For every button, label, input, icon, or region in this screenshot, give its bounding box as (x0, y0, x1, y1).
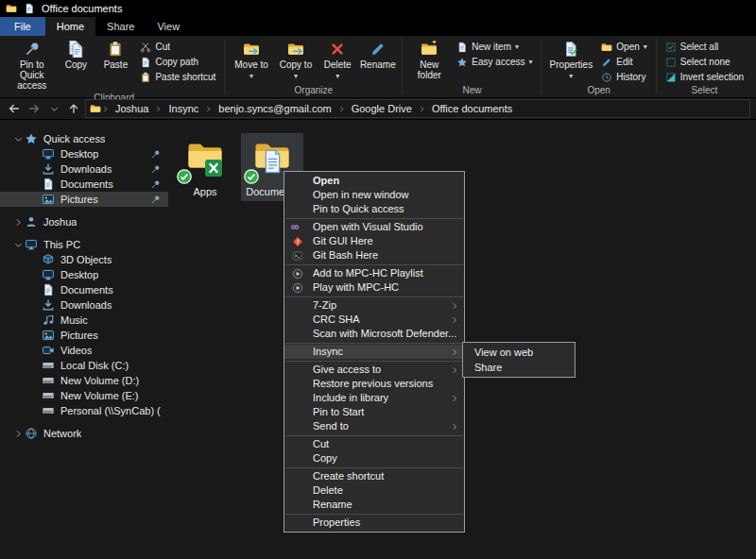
sidebar-item-personal-y[interactable]: Personal (\\SynCab) (Y:) (0, 403, 168, 418)
menu-separator (285, 361, 463, 362)
sidebar-item-music[interactable]: Music (0, 313, 168, 328)
sidebar-item-label: Music (60, 314, 88, 326)
forward-button[interactable] (26, 100, 43, 117)
sidebar-item-3d-objects[interactable]: 3D Objects (0, 252, 168, 267)
sidebar-item-joshua[interactable]: Joshua (0, 214, 168, 229)
edit-button[interactable]: Edit (597, 55, 650, 69)
chevron-right-icon[interactable] (11, 430, 25, 438)
menu-item-delete[interactable]: Delete (284, 483, 464, 498)
new-folder-button[interactable]: New folder (407, 39, 451, 82)
breadcrumb-separator-icon[interactable] (205, 106, 212, 112)
breadcrumb-account[interactable]: benjo.syncs@gmail.com (213, 103, 336, 114)
breadcrumb-joshua[interactable]: Joshua (110, 103, 154, 114)
disk-drive-icon (42, 374, 55, 387)
sidebar-item-network[interactable]: Network (0, 426, 168, 441)
menu-item-play-with-mpc-hc[interactable]: Play with MPC-HC (284, 280, 464, 295)
copy-path-button[interactable]: Copy path (136, 55, 219, 69)
sidebar-item-desktop[interactable]: Desktop (0, 146, 168, 161)
breadcrumb-office-documents[interactable]: Office documents (426, 103, 518, 114)
paste-shortcut-button[interactable]: Paste shortcut (136, 70, 219, 84)
menu-item-cut[interactable]: Cut (284, 437, 464, 451)
sidebar-item-this-pc[interactable]: This PC (0, 237, 168, 252)
menu-item-git-gui-here[interactable]: Git GUI Here (284, 234, 464, 248)
sidebar-item-new-volume-d[interactable]: New Volume (D:) (0, 373, 168, 388)
menu-item-give-access-to[interactable]: Give access to (284, 363, 464, 377)
properties-button[interactable]: Properties ▾ (546, 39, 595, 83)
sidebar-item-documents[interactable]: Documents (0, 177, 168, 192)
sidebar-item-new-volume-e[interactable]: New Volume (E:) (0, 388, 168, 403)
sidebar-item-desktop-pc[interactable]: Desktop (0, 267, 168, 282)
move-to-button[interactable]: Move to ▾ (230, 39, 272, 83)
menu-item-7-zip[interactable]: 7-Zip (284, 298, 464, 313)
paste-button[interactable]: Paste (96, 39, 134, 72)
breadcrumb-google-drive[interactable]: Google Drive (346, 103, 418, 114)
menu-item-rename[interactable]: Rename (284, 498, 464, 512)
sidebar-item-local-disk-c[interactable]: Local Disk (C:) (0, 358, 168, 373)
chevron-down-icon[interactable] (11, 135, 25, 144)
chevron-right-icon[interactable] (11, 218, 25, 227)
dropdown-arrow-icon: ▾ (335, 72, 339, 80)
tab-share[interactable]: Share (95, 17, 146, 36)
menu-item-crc-sha[interactable]: CRC SHA (284, 313, 464, 327)
history-button[interactable]: History (597, 70, 650, 84)
chevron-down-icon[interactable] (11, 241, 25, 249)
rename-button[interactable]: Rename (358, 39, 397, 72)
document-icon (140, 57, 151, 68)
sidebar-item-label: Documents (60, 178, 113, 190)
tab-home[interactable]: Home (45, 17, 95, 36)
file-item-apps[interactable]: Apps (174, 133, 236, 201)
quick-access-toolbar-icon[interactable] (24, 3, 35, 14)
menu-item-properties[interactable]: Properties (284, 516, 464, 530)
copy-to-label: Copy to (280, 59, 312, 70)
new-item-button[interactable]: New item ▾ (453, 40, 536, 54)
menu-item-include-in-library[interactable]: Include in library (284, 391, 464, 405)
tab-file[interactable]: File (0, 17, 45, 36)
new-folder-label: New folder (410, 59, 448, 80)
menu-item-copy[interactable]: Copy (284, 451, 464, 466)
menu-item-create-shortcut[interactable]: Create shortcut (284, 469, 464, 483)
breadcrumb-separator-icon[interactable] (102, 106, 109, 112)
sidebar-item-documents-pc[interactable]: Documents (0, 282, 168, 297)
invert-selection-button[interactable]: Invert selection (662, 70, 747, 84)
easy-access-button[interactable]: Easy access ▾ (453, 55, 536, 69)
menu-item-label: Copy (313, 452, 337, 464)
tab-view[interactable]: View (146, 17, 191, 36)
menu-item-restore-previous-versions[interactable]: Restore previous versions (284, 377, 464, 391)
menu-item-open[interactable]: Open (284, 174, 464, 188)
copy-to-button[interactable]: Copy to ▾ (275, 39, 317, 83)
menu-item-insync[interactable]: Insync (284, 345, 464, 359)
pin-to-quick-access-button[interactable]: Pin to Quick access (9, 39, 55, 93)
sidebar-item-label: This PC (43, 239, 80, 250)
menu-item-open-with-visual-studio[interactable]: ∞ Open with Visual Studio (284, 220, 464, 234)
sidebar-item-downloads[interactable]: Downloads (0, 161, 168, 177)
up-button[interactable] (65, 100, 82, 117)
sidebar-item-pictures-pc[interactable]: Pictures (0, 328, 168, 343)
sidebar-item-quick-access[interactable]: Quick access (0, 131, 168, 146)
menu-item-pin-to-quick-access[interactable]: Pin to Quick access (284, 202, 464, 216)
menu-item-send-to[interactable]: Send to (284, 419, 464, 433)
recent-locations-dropdown-icon[interactable] (45, 100, 62, 117)
address-bar[interactable]: Joshua Insync benjo.syncs@gmail.com Goog… (85, 99, 750, 118)
open-button[interactable]: Open ▾ (597, 40, 650, 54)
sidebar-item-downloads-pc[interactable]: Downloads (0, 297, 168, 313)
menu-item-pin-to-start[interactable]: Pin to Start (284, 405, 464, 419)
menu-item-add-to-mpc-hc-playlist[interactable]: Add to MPC-HC Playlist (284, 266, 464, 280)
breadcrumb-separator-icon[interactable] (338, 106, 345, 112)
back-button[interactable] (6, 100, 23, 117)
submenu-item-share[interactable]: Share (463, 360, 575, 375)
menu-item-label: Create shortcut (313, 470, 384, 482)
copy-button[interactable]: Copy (57, 39, 94, 72)
menu-item-scan-with-microsoft-defender[interactable]: Scan with Microsoft Defender... (284, 327, 464, 341)
breadcrumb-separator-icon[interactable] (419, 106, 425, 112)
sidebar-item-videos[interactable]: Videos (0, 343, 168, 358)
cut-button[interactable]: Cut (136, 40, 219, 54)
submenu-item-view-on-web[interactable]: View on web (463, 345, 575, 360)
breadcrumb-separator-icon[interactable] (155, 106, 162, 112)
select-none-button[interactable]: Select none (662, 55, 747, 69)
menu-item-git-bash-here[interactable]: Git Bash Here (284, 248, 464, 263)
menu-item-open-in-new-window[interactable]: Open in new window (284, 188, 464, 202)
breadcrumb-insync[interactable]: Insync (163, 103, 204, 114)
delete-button[interactable]: Delete ▾ (318, 39, 356, 83)
select-all-button[interactable]: Select all (662, 40, 747, 54)
sidebar-item-pictures[interactable]: Pictures (0, 192, 168, 207)
